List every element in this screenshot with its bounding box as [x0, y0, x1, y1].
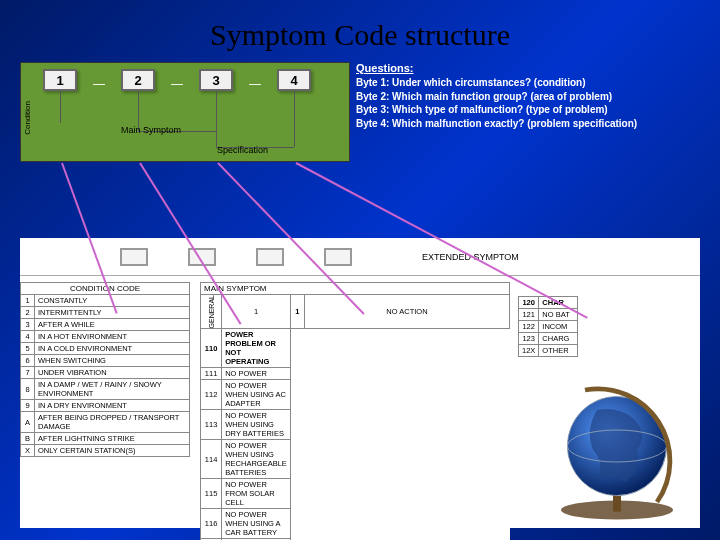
table-row: 2INTERMITTENTLY — [21, 307, 190, 319]
row-text: IN A COLD ENVIRONMENT — [35, 343, 190, 355]
byte-1-box: 1 — [43, 69, 77, 91]
ext-box — [120, 248, 148, 266]
connector-line — [294, 91, 295, 147]
row-text: ONLY CERTAIN STATION(S) — [35, 445, 190, 457]
row-code: 115 — [201, 479, 222, 509]
row-code: 4 — [21, 331, 35, 343]
row-code: 12X — [519, 345, 539, 357]
globe-icon — [532, 374, 702, 534]
row-text: CHARG — [539, 333, 578, 345]
table-header: MAIN SYMPTOM — [201, 283, 510, 295]
row-text: IN A DAMP / WET / RAINY / SNOWY ENVIRONM… — [35, 379, 190, 400]
table-row: 121NO BAT — [519, 309, 578, 321]
right-fragment-table: 120CHAR121NO BAT122INCOM123CHARG12XOTHER — [518, 296, 578, 357]
byte-diagram: 1 2 3 4 — — — Condition Main Symptom Spe… — [20, 62, 350, 162]
connector-line — [216, 91, 217, 147]
specification-label: Specification — [217, 145, 268, 155]
dash-icon: — — [171, 77, 183, 91]
title-code: 1 — [290, 295, 304, 329]
row-text: IN A DRY ENVIRONMENT — [35, 400, 190, 412]
row-code: 5 — [21, 343, 35, 355]
ext-box — [324, 248, 352, 266]
row-code: 112 — [201, 380, 222, 410]
row-code: A — [21, 412, 35, 433]
table-row: 5IN A COLD ENVIRONMENT — [21, 343, 190, 355]
row-code: 123 — [519, 333, 539, 345]
row-text: AFTER LIGHTNING STRIKE — [35, 433, 190, 445]
condition-code-table: CONDITION CODE 1CONSTANTLY2INTERMITTENTL… — [20, 282, 190, 457]
question-line: Byte 1: Under which circumstances? (cond… — [356, 76, 700, 90]
row-text: AFTER A WHILE — [35, 319, 190, 331]
table-row: 8IN A DAMP / WET / RAINY / SNOWY ENVIRON… — [21, 379, 190, 400]
questions-block: Questions: Byte 1: Under which circumsta… — [356, 62, 700, 162]
dash-icon: — — [249, 77, 261, 91]
row-text: AFTER BEING DROPPED / TRANSPORT DAMAGE — [35, 412, 190, 433]
table-row: 6WHEN SWITCHING — [21, 355, 190, 367]
table-row: 112NO POWER WHEN USING AC ADAPTER — [201, 380, 510, 410]
row-code: 3 — [21, 319, 35, 331]
row-code: 122 — [519, 321, 539, 333]
main-symptom-label: Main Symptom — [121, 125, 181, 135]
table-row: 123CHARG — [519, 333, 578, 345]
table-row: 115NO POWER FROM SOLAR CELL — [201, 479, 510, 509]
ext-box — [256, 248, 284, 266]
table-row: 114NO POWER WHEN USING RECHARGEABLE BATT… — [201, 440, 510, 479]
row-code: 113 — [201, 410, 222, 440]
table-row: AAFTER BEING DROPPED / TRANSPORT DAMAGE — [21, 412, 190, 433]
table-row: 7UNDER VIBRATION — [21, 367, 190, 379]
question-line: Byte 2: Which main function group? (area… — [356, 90, 700, 104]
table-row: BAFTER LIGHTNING STRIKE — [21, 433, 190, 445]
question-line: Byte 3: Which type of malfunction? (type… — [356, 103, 700, 117]
byte-2-box: 2 — [121, 69, 155, 91]
table-row: 116NO POWER WHEN USING A CAR BATTERY — [201, 509, 510, 539]
row-code: 121 — [519, 309, 539, 321]
row-code: 2 — [21, 307, 35, 319]
table-row: 3AFTER A WHILE — [21, 319, 190, 331]
slide-title: Symptom Code structure — [0, 0, 720, 62]
title-text: NO ACTION — [304, 295, 509, 329]
svg-rect-1 — [613, 494, 621, 512]
row-code: 7 — [21, 367, 35, 379]
row-text: IN A HOT ENVIRONMENT — [35, 331, 190, 343]
row-code: 9 — [21, 400, 35, 412]
row-text: OTHER — [539, 345, 578, 357]
row-code: 116 — [201, 509, 222, 539]
row-code: X — [21, 445, 35, 457]
row-code: 111 — [201, 368, 222, 380]
row-code: 6 — [21, 355, 35, 367]
row-text: POWER PROBLEM OR NOT OPERATING — [222, 329, 291, 368]
byte-3-box: 3 — [199, 69, 233, 91]
row-text: NO POWER WHEN USING A CAR BATTERY — [222, 509, 291, 539]
row-code: 114 — [201, 440, 222, 479]
row-code: 110 — [201, 329, 222, 368]
row-code: 8 — [21, 379, 35, 400]
questions-header: Questions: — [356, 62, 700, 74]
table-row: 9IN A DRY ENVIRONMENT — [21, 400, 190, 412]
row-text: NO POWER — [222, 368, 291, 380]
row-text: NO POWER WHEN USING AC ADAPTER — [222, 380, 291, 410]
table-row: 111NO POWER — [201, 368, 510, 380]
main-symptom-table: MAIN SYMPTOM GENERAL 1 1 NO ACTION 110PO… — [200, 282, 510, 540]
table-row: 113NO POWER WHEN USING DRY BATTERIES — [201, 410, 510, 440]
table-row: XONLY CERTAIN STATION(S) — [21, 445, 190, 457]
connector-line — [60, 91, 61, 123]
table-row: 122INCOM — [519, 321, 578, 333]
dash-icon: — — [93, 77, 105, 91]
row-text: NO POWER WHEN USING DRY BATTERIES — [222, 410, 291, 440]
row-text: NO POWER FROM SOLAR CELL — [222, 479, 291, 509]
row-code: 1 — [21, 295, 35, 307]
condition-label: Condition — [23, 101, 32, 135]
row-code: 120 — [519, 297, 539, 309]
table-row: 110POWER PROBLEM OR NOT OPERATING — [201, 329, 510, 368]
extended-symptom-strip: EXTENDED SYMPTOM — [20, 238, 700, 276]
table-row: 1CONSTANTLY — [21, 295, 190, 307]
row-text: NO POWER WHEN USING RECHARGEABLE BATTERI… — [222, 440, 291, 479]
row-text: INCOM — [539, 321, 578, 333]
row-text: INTERMITTENTLY — [35, 307, 190, 319]
row-code: B — [21, 433, 35, 445]
question-line: Byte 4: Which malfunction exactly? (prob… — [356, 117, 700, 131]
byte-4-box: 4 — [277, 69, 311, 91]
table-row: 12XOTHER — [519, 345, 578, 357]
row-text: UNDER VIBRATION — [35, 367, 190, 379]
general-vlabel: GENERAL — [201, 295, 222, 329]
